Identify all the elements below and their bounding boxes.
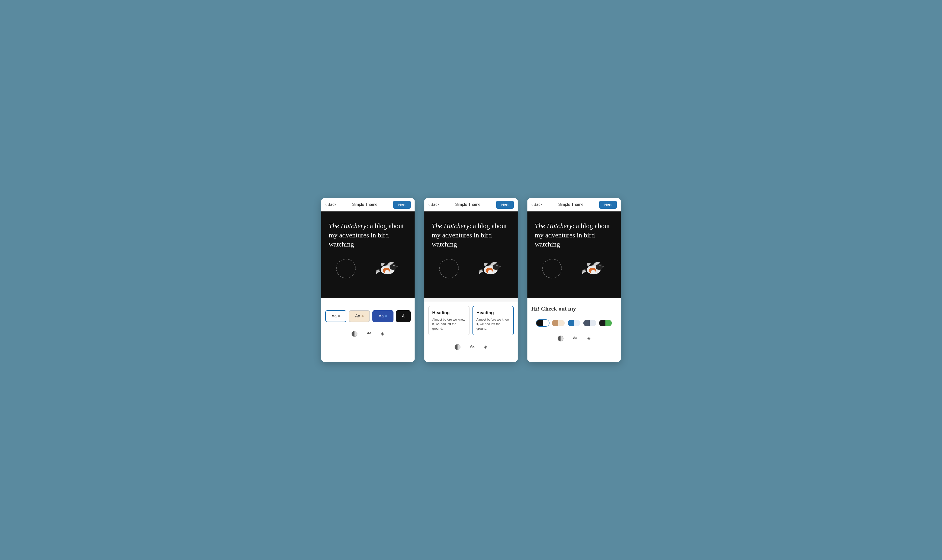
contrast-icon-2[interactable]: [454, 344, 460, 351]
bottom-toolbar-2: Aa ◈: [428, 340, 514, 351]
hero-title-italic-2: The Hatchery: [432, 222, 469, 229]
heading-card-title-1: Heading: [432, 310, 466, 315]
font-picker: Aa Aa Aa A: [325, 310, 411, 322]
font-option-label-1: Aa: [332, 314, 337, 318]
color-drop-icon-2[interactable]: ◈: [484, 344, 488, 351]
back-button-1[interactable]: ‹ Back: [325, 202, 336, 207]
nav-title-1: Simple Theme: [352, 202, 377, 207]
hero-title-3: The Hatchery: a blog about my adventures…: [535, 221, 613, 249]
halfmoon-icon-1: [351, 331, 357, 336]
color-drop-icon-1[interactable]: ◈: [381, 331, 385, 338]
heading-card-body-1: Almost before we knew it, we had left th…: [432, 317, 466, 331]
back-label-3: Back: [534, 202, 542, 207]
contrast-icon-1[interactable]: [351, 331, 357, 338]
palette-black-green[interactable]: [599, 319, 612, 327]
nav-bar-1: ‹ Back Simple Theme Next: [322, 198, 414, 211]
dashed-circle-2: [439, 259, 459, 278]
hero-title-italic-1: The Hatchery: [329, 222, 366, 229]
phone-screen-2: ‹ Back Simple Theme Next The Hatchery: a…: [424, 198, 518, 362]
bird-container-3: [535, 254, 613, 283]
swatch-green: [605, 320, 612, 326]
contrast-icon-3[interactable]: [557, 335, 563, 342]
palette-black-white[interactable]: [536, 319, 550, 327]
svg-point-8: [488, 270, 493, 274]
svg-point-5: [394, 265, 395, 266]
dashed-circle-3: [542, 259, 562, 278]
text-size-icon-3[interactable]: Aa: [573, 335, 577, 342]
next-button-2[interactable]: Next: [496, 201, 514, 209]
phone-screen-3: ‹ Back Simple Theme Next The Hatchery: a…: [528, 198, 620, 362]
bottom-section-1: Aa Aa Aa A Aa: [322, 298, 414, 362]
font-option-label-3: Aa: [379, 314, 384, 318]
hero-title-1: The Hatchery: a blog about my adventures…: [329, 221, 407, 249]
swatch-white: [543, 320, 549, 326]
bottom-toolbar-3: Aa ◈: [531, 332, 617, 342]
back-arrow-icon-3: ‹: [531, 202, 533, 207]
bird-container-1: [329, 254, 407, 283]
svg-point-14: [591, 270, 596, 274]
bird-illustration-3: [579, 254, 606, 278]
heading-picker: Heading Almost before we knew it, we had…: [428, 306, 514, 335]
back-label-2: Back: [431, 202, 439, 207]
swatch-black: [536, 320, 543, 326]
hero-section-1: The Hatchery: a blog about my adventures…: [322, 211, 414, 298]
nav-bar-3: ‹ Back Simple Theme Next: [528, 198, 620, 211]
svg-point-2: [385, 270, 389, 274]
swatch-light-blue: [574, 320, 580, 326]
back-label-1: Back: [328, 202, 336, 207]
phone-screen-1: ‹ Back Simple Theme Next The Hatchery: a…: [322, 198, 414, 362]
font-option-dot-3: [385, 315, 387, 317]
font-option-black[interactable]: A: [396, 310, 411, 322]
next-button-3[interactable]: Next: [599, 201, 617, 209]
font-option-default[interactable]: Aa: [325, 310, 346, 322]
back-arrow-icon-2: ‹: [428, 202, 429, 207]
font-option-label-4: A: [402, 314, 405, 318]
hero-title-italic-3: The Hatchery: [535, 222, 572, 229]
text-size-icon-1[interactable]: Aa: [367, 331, 371, 338]
swatch-near-black: [599, 320, 605, 326]
font-option-dot-1: [338, 315, 340, 317]
partial-text-3: Hi! Check out my: [531, 305, 617, 312]
heading-card-title-2: Heading: [476, 310, 510, 315]
swatch-light-gray: [590, 320, 596, 326]
color-drop-icon-3[interactable]: ◈: [587, 335, 591, 342]
back-button-3[interactable]: ‹ Back: [531, 202, 542, 207]
bottom-toolbar-1: Aa ◈: [325, 327, 411, 338]
svg-point-11: [497, 265, 498, 266]
back-arrow-icon-1: ‹: [325, 202, 326, 207]
hero-section-2: The Hatchery: a blog about my adventures…: [424, 211, 518, 298]
back-button-2[interactable]: ‹ Back: [428, 202, 439, 207]
bird-container-2: [432, 254, 510, 283]
swatch-cream: [558, 320, 565, 326]
dashed-circle-1: [336, 259, 356, 278]
heading-card-1[interactable]: Heading Almost before we knew it, we had…: [428, 306, 469, 335]
palette-beige[interactable]: [551, 319, 565, 327]
palette-blue[interactable]: [567, 319, 581, 327]
font-option-label-2: Aa: [355, 314, 360, 318]
bottom-section-2: Heading Almost before we knew it, we had…: [424, 298, 518, 362]
bird-illustration-2: [476, 254, 503, 278]
next-button-1[interactable]: Next: [393, 201, 411, 209]
nav-title-2: Simple Theme: [455, 202, 480, 207]
hero-section-3: The Hatchery: a blog about my adventures…: [528, 211, 620, 298]
heading-card-body-2: Almost before we knew it, we had left th…: [476, 317, 510, 331]
heading-card-2[interactable]: Heading Almost before we knew it, we had…: [473, 306, 514, 335]
font-option-dot-2: [362, 315, 363, 317]
color-palette: [531, 319, 617, 327]
swatch-blue: [568, 320, 574, 326]
palette-gray[interactable]: [583, 319, 597, 327]
hero-title-2: The Hatchery: a blog about my adventures…: [432, 221, 510, 249]
svg-point-17: [600, 265, 601, 266]
nav-title-3: Simple Theme: [558, 202, 583, 207]
halfmoon-icon-2: [454, 344, 460, 349]
swatch-dark-gray: [583, 320, 590, 326]
bird-illustration-1: [373, 254, 400, 278]
halfmoon-icon-3: [557, 335, 563, 341]
font-option-beige[interactable]: Aa: [349, 310, 370, 322]
text-size-icon-2[interactable]: Aa: [470, 344, 474, 351]
swatch-tan: [552, 320, 558, 326]
nav-bar-2: ‹ Back Simple Theme Next: [424, 198, 518, 211]
font-option-blue[interactable]: Aa: [372, 310, 394, 322]
bottom-section-3: Hi! Check out my: [528, 298, 620, 362]
screens-container: ‹ Back Simple Theme Next The Hatchery: a…: [322, 198, 620, 362]
